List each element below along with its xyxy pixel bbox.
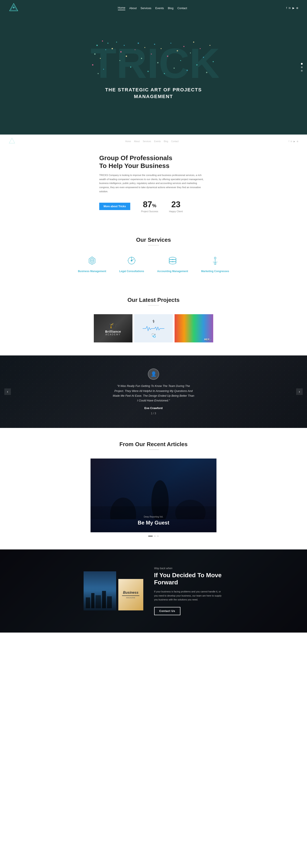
about-nav-blog[interactable]: Blog — [164, 140, 168, 143]
footer-cta-section: Business MAGAZINE Way back when If You D… — [0, 550, 307, 632]
about-nav-about[interactable]: About — [134, 140, 140, 143]
article-title: Be My Guest — [97, 520, 210, 526]
hero-dot-2[interactable] — [301, 66, 303, 68]
nav-contact[interactable]: Contact — [177, 6, 187, 10]
svg-point-14 — [116, 42, 117, 42]
about-facebook-icon[interactable]: f — [288, 140, 289, 143]
svg-point-29 — [164, 73, 165, 74]
nav-events[interactable]: Events — [155, 6, 164, 10]
service-legal-name: Legal Consultations — [119, 270, 144, 273]
svg-point-13 — [112, 48, 113, 49]
hero-dot-1[interactable] — [301, 63, 303, 65]
nav-services[interactable]: Services — [141, 6, 151, 10]
service-legal-consultations[interactable]: Legal Consultations — [119, 254, 144, 273]
svg-point-26 — [154, 44, 155, 45]
stethoscope-icon: 🩺 — [151, 333, 156, 338]
about-linkedin-icon[interactable]: in — [290, 140, 292, 143]
stat-project-success: 87% Project Success — [141, 200, 158, 213]
about-body-text: TRICKS Company is looking to improve the… — [99, 173, 208, 193]
svg-text:TRICKS: TRICKS — [91, 39, 219, 85]
service-marketing-congresses[interactable]: Marketing Congresses — [201, 254, 229, 273]
project-textile[interactable]: MER... — [175, 314, 213, 342]
crowd-silhouette — [91, 480, 216, 519]
services-section: Our Services Business Management — [0, 226, 307, 286]
articles-divider — [148, 450, 159, 450]
projects-section: Our Latest Projects 🎓 Brilliance ACADEMY… — [0, 286, 307, 355]
about-nav-events[interactable]: Events — [154, 140, 161, 143]
linkedin-icon[interactable]: in — [289, 6, 291, 9]
about-secondary-nav: Home About Services Events Blog Contact — [125, 140, 179, 143]
nav-about[interactable]: About — [129, 6, 136, 10]
about-video-icon[interactable]: ▶ — [294, 140, 295, 143]
facebook-icon[interactable]: f — [286, 6, 287, 9]
hero-section: TRICKS — [0, 0, 307, 134]
hero-tricks-title: TRICKS — [0, 34, 307, 87]
marketing-congresses-icon — [209, 254, 222, 267]
projects-divider — [148, 305, 159, 306]
about-nav-home[interactable]: Home — [125, 140, 131, 143]
svg-point-8 — [100, 58, 101, 59]
project-academy-label: ACADEMY — [105, 333, 121, 336]
svg-point-4 — [96, 45, 98, 46]
svg-point-22 — [141, 58, 142, 59]
article-dot-3[interactable] — [157, 536, 159, 536]
services-divider — [148, 245, 159, 245]
project-brilliance-name: Brilliance — [105, 330, 121, 333]
tricks-svg: TRICKS — [88, 37, 219, 85]
logo[interactable] — [9, 3, 19, 13]
article-category: Deep Reporting Vol. — [97, 516, 210, 518]
svg-point-2 — [13, 7, 14, 8]
contact-us-button[interactable]: Contact Us — [154, 607, 180, 615]
about-nav-contact[interactable]: Contact — [171, 140, 179, 143]
footer-business-image: Business MAGAZINE — [118, 579, 143, 611]
svg-point-61 — [214, 257, 216, 259]
svg-point-40 — [200, 48, 201, 49]
svg-point-24 — [147, 71, 149, 72]
svg-point-39 — [196, 64, 197, 65]
service-accounting-management[interactable]: Accounting Management — [157, 254, 188, 273]
services-grid: Business Management Legal Consultations — [0, 254, 307, 273]
article-dot-1[interactable] — [148, 536, 153, 536]
svg-point-27 — [157, 62, 158, 63]
svg-point-37 — [190, 53, 191, 53]
nav-links: Home About Services Events Blog Contact — [118, 6, 187, 10]
svg-point-38 — [193, 42, 194, 43]
nav-blog[interactable]: Blog — [168, 6, 174, 10]
footer-way-back: Way back when — [154, 567, 224, 570]
about-insta-icon[interactable]: ⊕ — [297, 140, 298, 143]
svg-point-44 — [213, 61, 214, 62]
svg-line-64 — [214, 264, 215, 265]
article-dots — [0, 536, 307, 536]
svg-point-16 — [124, 45, 125, 46]
projects-grid: 🎓 Brilliance ACADEMY ⚕ 🩺 MER... — [0, 314, 307, 342]
testimonial-prev-button[interactable]: ‹ — [4, 389, 11, 395]
svg-point-12 — [98, 73, 99, 74]
svg-point-32 — [174, 68, 175, 69]
graduation-cap-icon: 🎓 — [109, 321, 117, 329]
testimonial-next-button[interactable]: › — [296, 389, 303, 395]
hero-dots-nav — [301, 63, 303, 72]
more-about-tricks-button[interactable]: More about Tricks — [99, 203, 130, 210]
featured-article-card[interactable]: Deep Reporting Vol. Be My Guest — [91, 459, 216, 532]
video-icon[interactable]: ▶ — [293, 6, 295, 9]
svg-point-17 — [119, 60, 120, 61]
project-medical[interactable]: ⚕ 🩺 — [134, 314, 173, 342]
svg-marker-47 — [90, 258, 94, 263]
instagram-icon[interactable]: ⊕ — [296, 6, 298, 9]
nav-home[interactable]: Home — [118, 6, 125, 10]
service-business-management[interactable]: Business Management — [78, 254, 106, 273]
svg-point-21 — [137, 42, 139, 44]
svg-point-43 — [210, 45, 210, 46]
about-nav-services[interactable]: Services — [143, 140, 151, 143]
hero-dot-3[interactable] — [301, 70, 303, 72]
project-brilliance-academy[interactable]: 🎓 Brilliance ACADEMY — [94, 314, 132, 342]
articles-title: From Our Recent Articles — [0, 441, 307, 448]
article-dot-2[interactable] — [154, 536, 156, 536]
svg-marker-45 — [9, 138, 15, 143]
services-title: Our Services — [0, 237, 307, 243]
svg-point-7 — [94, 53, 95, 55]
svg-point-41 — [203, 57, 204, 58]
svg-point-36 — [186, 70, 188, 71]
medical-icon: ⚕ — [152, 319, 155, 324]
svg-point-11 — [103, 69, 104, 70]
